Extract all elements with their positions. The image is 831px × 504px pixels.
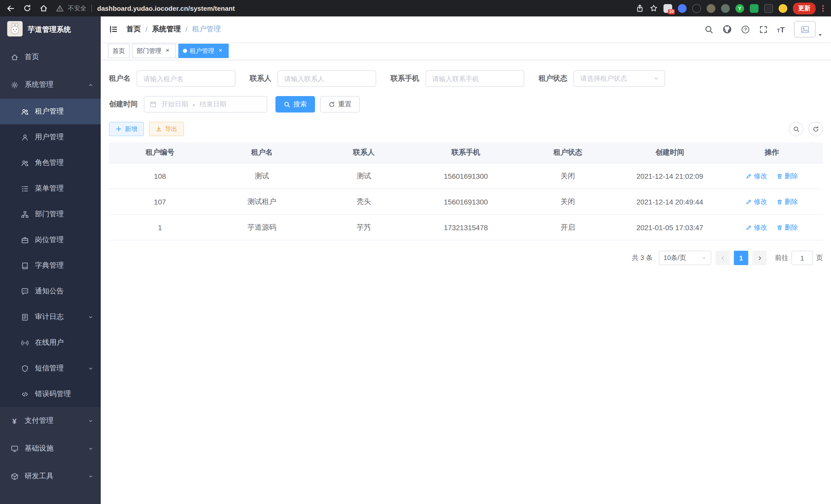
avatar xyxy=(794,21,815,37)
column-header-contact: 联系人 xyxy=(313,142,415,163)
next-page-button[interactable] xyxy=(752,251,767,265)
sidebar-item-dept[interactable]: 部门管理 xyxy=(0,201,101,227)
cell-phone: 15601691300 xyxy=(415,163,517,189)
cell-status: 开启 xyxy=(517,214,619,240)
export-button[interactable]: 导出 xyxy=(149,122,184,136)
share-icon[interactable] xyxy=(636,4,644,12)
breadcrumb-separator: / xyxy=(145,25,147,33)
app-title: 芋道管理系统 xyxy=(28,25,71,34)
address-bar[interactable]: 不安全 dashboard.yudao.iocoder.cn/system/te… xyxy=(56,4,235,12)
dept-tree-icon xyxy=(21,210,29,218)
sidebar-toggle-icon[interactable] xyxy=(109,25,118,34)
home-icon[interactable] xyxy=(39,4,48,12)
reload-icon[interactable] xyxy=(23,4,31,12)
contact-input[interactable] xyxy=(278,70,376,87)
reset-button[interactable]: 重置 xyxy=(320,96,360,113)
edit-link[interactable]: 修改 xyxy=(746,171,767,181)
delete-link[interactable]: 删除 xyxy=(776,223,798,232)
github-icon[interactable] xyxy=(722,25,732,34)
pay-yen-icon: ¥ xyxy=(10,417,19,425)
sidebar-item-system[interactable]: 系统管理 xyxy=(0,71,101,99)
sidebar-item-audit[interactable]: 审计日志 xyxy=(0,304,101,330)
user-menu[interactable] xyxy=(794,21,823,37)
cell-id: 108 xyxy=(109,163,211,189)
back-icon[interactable] xyxy=(6,4,15,12)
tools-box-icon xyxy=(10,472,19,480)
sidebar-item-label: 短信管理 xyxy=(35,364,64,373)
phone-label: 联系手机 xyxy=(391,74,419,83)
extension-icon[interactable] xyxy=(750,4,758,12)
delete-link[interactable]: 删除 xyxy=(776,171,798,181)
extension-icon[interactable]: Y xyxy=(736,4,744,12)
refresh-table-button[interactable] xyxy=(808,122,823,136)
sidebar-item-role[interactable]: 角色管理 xyxy=(0,150,101,176)
filter-row-1: 租户名 联系人 联系手机 租户状态 请选择租户状态 xyxy=(109,70,823,87)
goto-label: 前往 xyxy=(775,253,789,263)
column-header-created: 创建时间 xyxy=(619,142,721,163)
fullscreen-icon[interactable] xyxy=(759,25,768,34)
page-number-1[interactable]: 1 xyxy=(734,251,748,265)
tenant-name-input[interactable] xyxy=(137,70,235,87)
browser-menu-icon[interactable] xyxy=(821,5,825,11)
extension-icon[interactable] xyxy=(779,4,787,12)
extension-icon[interactable] xyxy=(764,4,773,12)
edit-link[interactable]: 修改 xyxy=(746,223,767,232)
sidebar-item-home[interactable]: 首页 xyxy=(0,43,101,71)
tenant-status-select[interactable]: 请选择租户状态 xyxy=(574,70,665,87)
font-size-icon[interactable]: TT xyxy=(777,25,785,33)
extension-icon[interactable] xyxy=(721,4,730,12)
page-size-select[interactable]: 10条/页 xyxy=(659,251,711,265)
prev-page-button[interactable] xyxy=(715,251,730,265)
extension-icon[interactable] xyxy=(678,4,687,12)
sidebar-item-tools[interactable]: 研发工具 xyxy=(0,463,101,490)
sidebar-item-tenant[interactable]: 租户管理 xyxy=(0,99,101,124)
extension-icon[interactable]: 10 xyxy=(663,4,672,12)
tab-home[interactable]: 首页 xyxy=(108,44,130,58)
sidebar-item-post[interactable]: 岗位管理 xyxy=(0,227,101,253)
sidebar-item-sms[interactable]: 短信管理 xyxy=(0,356,101,381)
sidebar-item-notice[interactable]: 通知公告 xyxy=(0,278,101,304)
column-header-name: 租户名 xyxy=(211,142,313,163)
sidebar-item-errcode[interactable]: 错误码管理 xyxy=(0,381,101,407)
close-icon[interactable]: × xyxy=(217,47,224,55)
help-icon[interactable]: ? xyxy=(741,25,749,34)
cell-id: 1 xyxy=(109,214,211,240)
tab-label: 部门管理 xyxy=(137,47,161,55)
tab-dept[interactable]: 部门管理 × xyxy=(132,44,176,58)
tenant-name-label: 租户名 xyxy=(109,74,131,83)
search-icon[interactable] xyxy=(704,25,713,34)
bookmark-star-icon[interactable] xyxy=(650,4,658,12)
sidebar-item-menu[interactable]: 菜单管理 xyxy=(0,176,101,201)
sidebar-item-online[interactable]: 在线用户 xyxy=(0,330,101,356)
sidebar-item-infra[interactable]: 基础设施 xyxy=(0,435,101,463)
breadcrumb-current: 租户管理 xyxy=(192,25,221,34)
goto-page-input[interactable] xyxy=(792,251,813,265)
page-jumper: 前往 页 xyxy=(775,251,823,265)
chevron-down-icon xyxy=(88,365,93,371)
update-button[interactable]: 更新 xyxy=(793,2,815,14)
delete-link[interactable]: 删除 xyxy=(776,197,798,206)
sidebar-item-dict[interactable]: 字典管理 xyxy=(0,253,101,278)
close-icon[interactable]: × xyxy=(164,47,171,55)
extension-icon[interactable] xyxy=(692,4,701,12)
logo-row[interactable]: 芋道管理系统 xyxy=(0,17,101,43)
create-time-label: 创建时间 xyxy=(109,100,138,109)
tab-tenant[interactable]: 租户管理 × xyxy=(178,44,229,58)
export-button-label: 导出 xyxy=(165,125,177,133)
browser-chrome: 不安全 dashboard.yudao.iocoder.cn/system/te… xyxy=(0,0,831,17)
audit-doc-icon xyxy=(21,313,29,321)
phone-input[interactable] xyxy=(426,70,524,87)
sidebar-item-pay[interactable]: ¥ 支付管理 xyxy=(0,407,101,435)
extension-icon[interactable] xyxy=(707,4,715,12)
edit-link[interactable]: 修改 xyxy=(746,197,767,206)
breadcrumb-home[interactable]: 首页 xyxy=(126,25,141,34)
toggle-search-button[interactable] xyxy=(789,122,803,136)
breadcrumb-system[interactable]: 系统管理 xyxy=(152,25,181,34)
status-label: 租户状态 xyxy=(539,74,567,83)
add-button[interactable]: 新增 xyxy=(109,122,144,136)
cell-created: 2021-01-05 17:03:47 xyxy=(619,214,721,240)
sidebar-item-user[interactable]: 用户管理 xyxy=(0,124,101,150)
create-time-range-picker[interactable]: 开始日期 - 结束日期 xyxy=(144,96,267,113)
search-button[interactable]: 搜索 xyxy=(276,96,315,113)
cell-name: 测试 xyxy=(211,163,313,189)
